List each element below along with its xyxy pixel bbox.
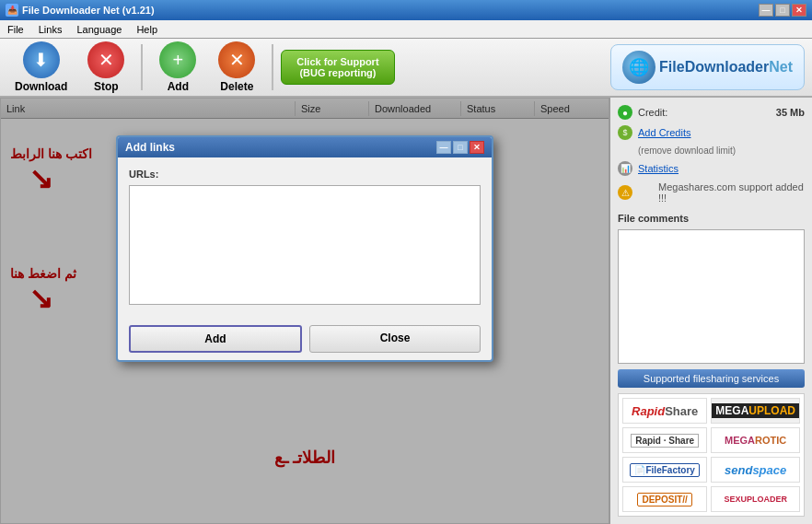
dialog-restore-button[interactable]: □ [453, 141, 468, 154]
logo-globe-icon: 🌐 [622, 51, 655, 84]
rapidshare-logo: RapidShare [622, 398, 707, 424]
file-comments-box [618, 229, 805, 364]
dialog-title: Add links [125, 141, 175, 154]
title-bar-controls: — □ ✕ [759, 4, 806, 17]
download-button[interactable]: ⬇ Download [7, 38, 75, 97]
remove-limit-text: (remove download limit) [638, 146, 805, 156]
rapidshare2-logo: Rapid · Share [622, 427, 707, 453]
delete-icon: ✕ [218, 41, 255, 78]
statistics-row: 📊 Statistics [618, 161, 805, 176]
menu-file[interactable]: File [4, 23, 28, 36]
logo-text2: Net [769, 59, 793, 75]
chart-icon: 📊 [618, 161, 632, 176]
credit-value: 35 Mb [776, 107, 805, 118]
download-area: Link Size Downloaded Status Speed اكتب ه… [0, 98, 609, 524]
dialog-close-action-button[interactable]: Close [309, 325, 481, 353]
service-logos: RapidShare MEGAUPLOAD Rapid · Share MEGA… [618, 393, 805, 517]
depositfiles-logo: DEPOSIT// [622, 486, 707, 512]
file-comments-label: File comments [618, 213, 805, 224]
dialog-add-button[interactable]: Add [129, 325, 302, 353]
dialog-body: URLs: [118, 157, 492, 318]
delete-button[interactable]: ✕ Delete [209, 38, 264, 97]
logo-text1: FileDownloader [659, 59, 769, 75]
dialog-title-bar: Add links — □ ✕ [118, 137, 492, 157]
support-button[interactable]: Click for Support (BUG reporting) [281, 50, 394, 85]
title-bar: 📥 File Downloader Net (v1.21) — □ ✕ [0, 0, 812, 20]
close-button[interactable]: ✕ [792, 4, 806, 17]
add-label: Add [168, 80, 189, 93]
minimize-button[interactable]: — [759, 4, 773, 17]
supported-label: Supported filesharing services [618, 369, 805, 388]
credit-label: Credit: [638, 107, 667, 118]
filefactory-logo: 📄FileFactory [622, 457, 707, 483]
stop-label: Stop [94, 80, 119, 93]
menu-language[interactable]: Language [73, 23, 125, 36]
warning-icon: ⚠ [618, 185, 632, 200]
menu-bar: File Links Language Help [0, 20, 812, 39]
toolbar-separator-2 [272, 44, 273, 90]
window-title: File Downloader Net (v1.21) [22, 5, 155, 16]
dialog-close-button[interactable]: ✕ [470, 141, 484, 154]
dialog-footer: Add Close [118, 318, 492, 360]
logo-text: FileDownloaderNet [659, 59, 793, 76]
add-icon: + [159, 41, 196, 78]
app-icon: 📥 [6, 4, 18, 17]
statistics-link[interactable]: Statistics [638, 163, 679, 174]
menu-help[interactable]: Help [133, 23, 161, 36]
stop-button[interactable]: ✕ Stop [78, 38, 133, 97]
dollar-icon: $ [618, 125, 632, 140]
megaupload-logo: MEGAUPLOAD [711, 398, 800, 424]
urls-input[interactable] [129, 185, 481, 305]
download-label: Download [15, 80, 67, 93]
modal-overlay: Add links — □ ✕ URLs: Add Close [1, 99, 609, 523]
warning-message: Megashares.com support added !!! [658, 181, 805, 204]
add-credits-link[interactable]: Add Credits [638, 127, 690, 138]
credit-row: ● Credit: 35 Mb [618, 105, 805, 120]
dialog-minimize-button[interactable]: — [436, 141, 451, 154]
sidebar: ● Credit: 35 Mb $ Add Credits (remove do… [609, 98, 812, 524]
delete-label: Delete [220, 80, 253, 93]
download-icon: ⬇ [23, 41, 60, 78]
stop-icon: ✕ [87, 41, 124, 78]
support-line1: Click for Support [296, 56, 378, 67]
warning-row: ⚠ Megashares.com support added !!! [618, 181, 805, 204]
toolbar-separator [141, 44, 143, 90]
add-credits-row: $ Add Credits [618, 125, 805, 140]
add-links-dialog: Add links — □ ✕ URLs: Add Close [116, 135, 493, 362]
logo-area: 🌐 FileDownloaderNet [610, 44, 805, 90]
toolbar: ⬇ Download ✕ Stop + Add ✕ Delete Click f… [0, 39, 812, 98]
add-button[interactable]: + Add [150, 38, 205, 97]
title-bar-left: 📥 File Downloader Net (v1.21) [6, 4, 155, 17]
megarotic-logo: MEGAROTIC [711, 427, 800, 453]
main-content: Link Size Downloaded Status Speed اكتب ه… [0, 98, 812, 524]
urls-label: URLs: [129, 169, 481, 180]
support-line2: (BUG reporting) [296, 67, 378, 78]
sexuploader-logo: SEXUPLOADER [711, 486, 800, 512]
sendspace-logo: sendspace [711, 457, 800, 483]
maximize-button[interactable]: □ [775, 4, 790, 17]
dialog-controls: — □ ✕ [436, 141, 484, 154]
credit-icon: ● [618, 105, 632, 120]
menu-links[interactable]: Links [35, 23, 66, 36]
